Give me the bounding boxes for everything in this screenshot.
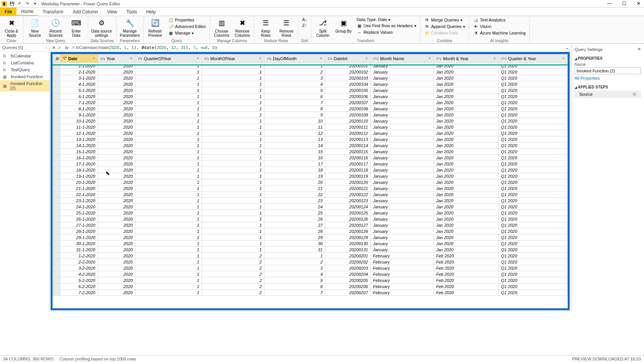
cell[interactable]: 2 <box>202 265 264 271</box>
cell[interactable]: 2020 <box>98 136 135 143</box>
cell[interactable]: 20200121 <box>325 185 370 192</box>
row-number[interactable] <box>53 228 60 234</box>
cell[interactable]: 7 <box>264 290 325 296</box>
cell[interactable]: Jan 2020 <box>434 247 498 253</box>
cell[interactable]: January <box>370 222 434 228</box>
cell[interactable]: 1 <box>135 173 202 179</box>
cell[interactable]: Jan 2020 <box>434 228 498 234</box>
cell[interactable]: 13 <box>264 136 325 143</box>
cell[interactable]: 20200109 <box>325 112 370 118</box>
cell[interactable]: 1 <box>135 253 202 259</box>
cell[interactable]: Jan 2020 <box>434 130 498 136</box>
column-filter-icon[interactable]: ▼ <box>428 57 431 60</box>
table-row[interactable]: 2-1-2020202011220200102JanuaryJan 2020Q1… <box>53 69 568 75</box>
menu-help[interactable]: Help <box>141 8 160 16</box>
row-number[interactable] <box>53 283 60 290</box>
column-filter-icon[interactable]: ▼ <box>562 57 565 60</box>
cell[interactable]: January <box>370 179 434 185</box>
row-number[interactable] <box>53 277 60 283</box>
close-settings-icon[interactable]: ✕ <box>637 47 641 52</box>
cell[interactable]: 20200103 <box>325 75 370 81</box>
cell[interactable]: January <box>370 198 434 204</box>
cell[interactable]: January <box>370 167 434 173</box>
cell[interactable]: 20200125 <box>325 210 370 216</box>
cell[interactable]: January <box>370 124 434 130</box>
query-item-fxcalendar[interactable]: fxfxCalendar <box>0 52 49 59</box>
row-number[interactable] <box>53 87 60 93</box>
cell[interactable]: 2020 <box>98 179 135 185</box>
cell[interactable]: 1 <box>135 100 202 106</box>
cell[interactable]: Q1 2020 <box>499 155 568 161</box>
row-number[interactable] <box>53 198 60 204</box>
cell[interactable]: Q1 2020 <box>499 100 568 106</box>
menu-add-column[interactable]: Add Column <box>68 8 103 16</box>
cell[interactable]: 20200203 <box>325 265 370 271</box>
cell[interactable]: Q1 2020 <box>499 228 568 234</box>
cell[interactable]: Jan 2020 <box>434 155 498 161</box>
cell[interactable]: 5 <box>264 87 325 93</box>
row-number[interactable] <box>53 100 60 106</box>
cell[interactable]: January <box>370 241 434 247</box>
cell[interactable]: 20200202 <box>325 259 370 265</box>
append-queries-button[interactable]: ⧉Append Queries ▾ <box>423 23 467 29</box>
formula-text[interactable]: = fxCalendar(#date(2020, 1, 1), #date(20… <box>72 45 217 50</box>
cell[interactable]: Q1 2020 <box>499 241 568 247</box>
cancel-formula-icon[interactable]: ✕ <box>52 45 56 50</box>
query-item-listcontains[interactable]: fxListContains <box>0 59 49 66</box>
cell[interactable]: 1 <box>135 210 202 216</box>
cell[interactable]: 1 <box>135 75 202 81</box>
cell[interactable]: January <box>370 87 434 93</box>
cell[interactable]: 30-1-2020 <box>60 241 98 247</box>
cell[interactable]: February <box>370 253 434 259</box>
redo-icon[interactable]: ↷ <box>25 1 30 7</box>
cell[interactable]: 2020 <box>98 93 135 100</box>
qat-dropdown-icon[interactable]: ▾ <box>32 1 38 7</box>
azure-ml-button[interactable]: ⚗Azure Machine Learning <box>472 30 527 36</box>
cell[interactable]: Jan 2020 <box>434 185 498 192</box>
cell[interactable]: Feb 2020 <box>434 290 498 296</box>
cell[interactable]: 1 <box>202 222 264 228</box>
column-header-quarterofyear[interactable]: 1²₃QuarterOfYear▼ <box>135 54 202 63</box>
cell[interactable]: Jan 2020 <box>434 210 498 216</box>
cell[interactable]: 16-1-2020 <box>60 155 98 161</box>
cell[interactable]: January <box>370 112 434 118</box>
cell[interactable]: 2020 <box>98 81 135 87</box>
cell[interactable]: 22 <box>264 192 325 198</box>
row-number[interactable] <box>53 63 60 69</box>
cell[interactable]: Feb 2020 <box>434 283 498 290</box>
query-item-invoked-function--2-[interactable]: ▦Invoked Function (2) <box>0 80 49 92</box>
row-number[interactable] <box>53 204 60 210</box>
column-header-dayofmonth[interactable]: 1²₃DayOfMonth▼ <box>264 54 325 63</box>
cell[interactable]: 1 <box>202 179 264 185</box>
sort-asc-button[interactable]: A↓ <box>301 17 309 22</box>
menu-file[interactable]: File <box>0 8 16 16</box>
cell[interactable]: 25-1-2020 <box>60 210 98 216</box>
cell[interactable]: 2020 <box>98 265 135 271</box>
row-number[interactable] <box>53 93 60 100</box>
cell[interactable]: February <box>370 265 434 271</box>
cell[interactable]: 1 <box>202 234 264 241</box>
cell[interactable]: 20200106 <box>325 93 370 100</box>
cell[interactable]: January <box>370 149 434 155</box>
cell[interactable]: 2020 <box>98 259 135 265</box>
cell[interactable]: 21 <box>264 185 325 192</box>
cell[interactable]: 1 <box>202 247 264 253</box>
cell[interactable]: 26-1-2020 <box>60 216 98 222</box>
column-filter-icon[interactable]: ▼ <box>92 57 95 60</box>
table-row[interactable]: 4-2-2020202012420200204FebruaryFeb 2020Q… <box>53 271 568 277</box>
column-header-monthofyear[interactable]: 1²₃MonthOfYear▼ <box>202 54 264 63</box>
cell[interactable]: Jan 2020 <box>434 149 498 155</box>
cell[interactable]: Jan 2020 <box>434 192 498 198</box>
cell[interactable]: 20200119 <box>325 173 370 179</box>
table-row[interactable]: 3-2-2020202012320200203FebruaryFeb 2020Q… <box>53 265 568 271</box>
row-number[interactable] <box>53 130 60 136</box>
cell[interactable]: Q1 2020 <box>499 265 568 271</box>
cell[interactable]: 29 <box>264 234 325 241</box>
keep-rows-button[interactable]: ☰Keep Rows <box>256 17 275 38</box>
fx-icon[interactable]: fx <box>64 46 70 50</box>
enter-data-button[interactable]: ⌨Enter Data <box>67 17 85 38</box>
cell[interactable]: 1 <box>135 87 202 93</box>
cell[interactable]: January <box>370 204 434 210</box>
cell[interactable]: 1 <box>135 247 202 253</box>
row-number[interactable] <box>53 112 60 118</box>
